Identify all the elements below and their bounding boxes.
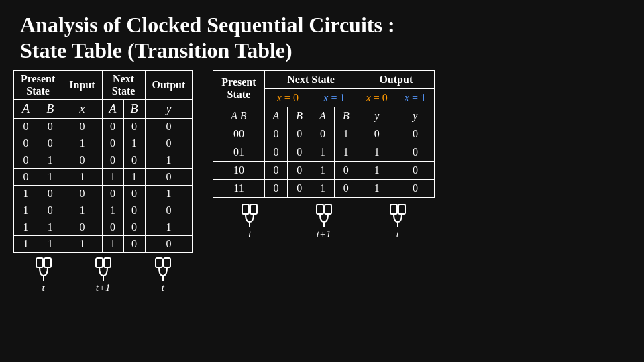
- right-sub-B1: B: [288, 107, 311, 125]
- left-table-cell: 0: [102, 219, 123, 235]
- left-table-row: 001010: [14, 135, 193, 152]
- title-line2: State Table (Transition Table): [20, 38, 624, 63]
- left-table-subheader: A B x A B y: [14, 99, 193, 118]
- right-table-row: 10001010: [213, 161, 435, 179]
- svg-rect-12: [317, 204, 323, 214]
- left-table-cell: 0: [14, 118, 38, 135]
- left-header-output: Output: [145, 70, 193, 99]
- left-table-cell: 1: [102, 202, 123, 219]
- right-table-cell: 0: [288, 179, 311, 197]
- right-table-body: 00000100010011101000101011001010: [213, 125, 435, 197]
- left-header-present: PresentState: [14, 70, 62, 99]
- svg-rect-1: [44, 258, 51, 267]
- left-icon-t2: t: [150, 257, 176, 294]
- left-table-cell: 0: [123, 235, 145, 252]
- left-table-cell: 0: [102, 152, 123, 168]
- left-icon-t1: t+1: [91, 257, 116, 294]
- right-table-cell: 0: [264, 143, 288, 161]
- left-connector-t1-icon: [91, 257, 116, 282]
- left-table-cell: 1: [145, 219, 193, 235]
- svg-rect-7: [164, 258, 170, 267]
- right-table-cell: 0: [358, 125, 396, 143]
- svg-rect-16: [398, 204, 405, 214]
- right-header-out-x1: x = 1: [396, 88, 434, 107]
- svg-rect-9: [242, 204, 249, 214]
- svg-rect-15: [390, 204, 397, 214]
- right-table-cell: 0: [264, 179, 288, 197]
- right-table: PresentState Next State Output x = 0 x =…: [213, 70, 435, 198]
- left-connector-t2-icon: [150, 257, 176, 282]
- right-icon-t: t: [237, 203, 262, 240]
- right-icon-t1-label: t+1: [317, 229, 331, 240]
- left-table-cell: 1: [14, 219, 38, 235]
- right-header-row1: PresentState Next State Output: [213, 70, 435, 88]
- left-table-cell: 0: [145, 118, 193, 135]
- right-table-cell: 0: [288, 143, 311, 161]
- right-table-cell: 0: [288, 161, 311, 179]
- left-table-cell: 1: [102, 235, 123, 252]
- right-sub-AB: A B: [213, 107, 264, 125]
- left-table-row: 000000: [14, 118, 193, 135]
- right-header-x1: x = 1: [311, 88, 358, 107]
- right-table-cell: 1: [334, 125, 358, 143]
- left-table-cell: 0: [102, 118, 123, 135]
- left-table-cell: 1: [123, 135, 145, 152]
- right-table-cell: 1: [358, 143, 396, 161]
- right-table-cell: 0: [334, 179, 358, 197]
- right-icon-row: t t+1 t: [213, 203, 435, 240]
- left-table-cell: 0: [38, 118, 62, 135]
- left-table-cell: 0: [62, 185, 102, 202]
- right-subheader: A B A B A B y y: [213, 107, 435, 125]
- right-sub-A2: A: [311, 107, 335, 125]
- svg-rect-13: [325, 204, 331, 214]
- right-connector-t-icon: [237, 203, 262, 229]
- left-table-cell: 0: [123, 152, 145, 168]
- right-table-cell: 00: [213, 125, 264, 143]
- right-table-row: 00000100: [213, 125, 435, 143]
- svg-rect-0: [36, 258, 43, 267]
- sub-x: x: [62, 99, 102, 118]
- title: Analysis of Clocked Sequential Circuits …: [0, 0, 644, 70]
- right-table-cell: 0: [396, 179, 434, 197]
- right-table-cell: 1: [311, 179, 335, 197]
- left-table: PresentState Input NextState Output A B …: [13, 70, 193, 253]
- right-connector-t1-icon: [311, 203, 337, 229]
- left-table-cell: 1: [145, 185, 193, 202]
- right-table-cell: 11: [213, 179, 264, 197]
- right-table-cell: 0: [334, 161, 358, 179]
- svg-rect-10: [250, 204, 257, 214]
- right-sub-B2: B: [334, 107, 358, 125]
- right-header-output: Output: [358, 70, 434, 88]
- svg-rect-3: [96, 258, 103, 267]
- left-table-row: 100001: [14, 185, 193, 202]
- left-table-row: 110001: [14, 219, 193, 235]
- left-icon-t1-label: t+1: [96, 282, 111, 294]
- right-table-cell: 0: [396, 161, 434, 179]
- right-sub-A1: A: [264, 107, 288, 125]
- left-icon-t2-label: t: [162, 282, 164, 294]
- right-table-row: 01001110: [213, 143, 435, 161]
- left-table-cell: 0: [123, 118, 145, 135]
- left-table-cell: 1: [145, 152, 193, 168]
- left-header-input: Input: [62, 70, 102, 99]
- left-table-body: 0000000010100100010111101000011011001100…: [14, 118, 193, 252]
- sub-A2: A: [102, 99, 123, 118]
- left-table-cell: 1: [38, 152, 62, 168]
- left-table-cell: 0: [38, 135, 62, 152]
- sub-B2: B: [123, 99, 145, 118]
- left-table-header: PresentState Input NextState Output: [14, 70, 193, 99]
- right-table-cell: 1: [311, 161, 335, 179]
- left-table-cell: 1: [38, 235, 62, 252]
- left-table-cell: 0: [14, 168, 38, 185]
- left-table-cell: 1: [14, 185, 38, 202]
- right-icon-t2: t: [385, 203, 411, 240]
- right-table-section: PresentState Next State Output x = 0 x =…: [213, 70, 435, 240]
- right-table-cell: 1: [334, 143, 358, 161]
- right-table-cell: 0: [264, 161, 288, 179]
- left-table-cell: 1: [38, 219, 62, 235]
- right-icon-t2-label: t: [396, 229, 399, 240]
- left-table-cell: 1: [14, 202, 38, 219]
- left-table-cell: 0: [62, 118, 102, 135]
- right-table-cell: 0: [288, 125, 311, 143]
- right-sub-y1: y: [358, 107, 396, 125]
